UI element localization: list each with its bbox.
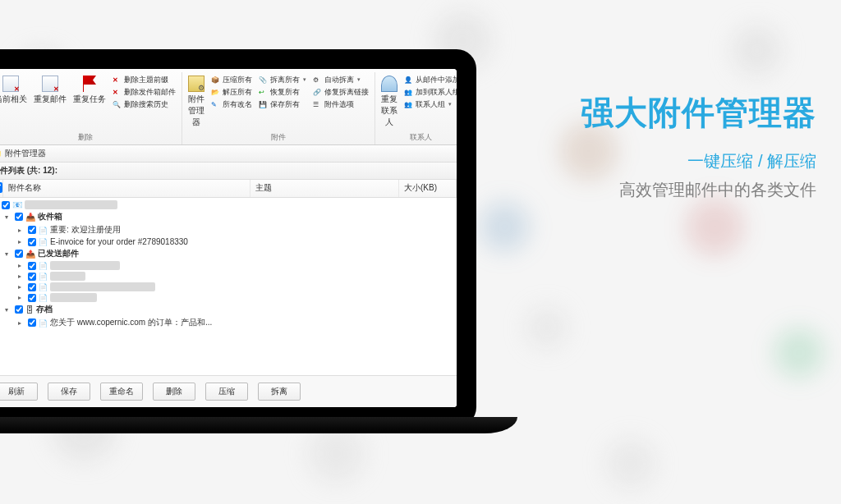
promo-panel: 强大附件管理器 一键压缩 / 解压缩 高效管理邮件中的各类文件: [581, 90, 816, 201]
label: 当前相关: [0, 94, 27, 105]
attachment-count: 12: [43, 166, 52, 175]
expander-icon[interactable]: ▸: [18, 262, 25, 269]
btn-current-related[interactable]: 当前相关: [0, 74, 30, 107]
tree-item[interactable]: ▸ ██████: [0, 271, 457, 282]
btn-compress[interactable]: 压缩: [205, 383, 248, 401]
message-icon: [39, 237, 48, 246]
folder-label: 存档: [36, 304, 53, 315]
row-checkbox[interactable]: [28, 226, 36, 234]
btn-save-all[interactable]: 保存所有: [256, 99, 309, 110]
item-label: 重要: 欢迎注册使用: [50, 224, 121, 236]
attachment-tree[interactable]: ▾ ████████████████ ▾ 收件箱 ▸ 重要: 欢迎注册使用: [0, 198, 457, 375]
col-subject[interactable]: 主题: [250, 180, 399, 197]
item-label: 您关于 www.copernic.com 的订单：产品和...: [50, 317, 212, 328]
ribbon-toolbar: 当前相关 重复邮件 重复任务 删除主题前缀: [0, 69, 457, 145]
btn-contact-groups[interactable]: 联系人组▾: [402, 99, 457, 110]
expander-icon[interactable]: ▸: [18, 319, 25, 327]
label: 解压所有: [223, 87, 252, 98]
btn-del-search-history[interactable]: 删除搜索历史: [110, 99, 178, 110]
attachment-manager-window: 附件管理器 附件列表 (共: 12): 附件名称 主题 大小(KB) ▾ ███…: [0, 145, 457, 407]
col-name[interactable]: 附件名称: [3, 180, 250, 197]
label: 重复 联系人: [381, 94, 398, 128]
expander-icon[interactable]: ▸: [18, 238, 25, 245]
chevron-down-icon: ▾: [303, 76, 306, 83]
laptop-frame: 当前相关 重复邮件 重复任务 删除主题前缀: [0, 49, 476, 427]
tree-folder-sent[interactable]: ▾ 已发送邮件: [0, 247, 457, 260]
btn-rename-all[interactable]: 所有改名: [209, 99, 255, 110]
dup-mail-icon: [42, 76, 58, 92]
btn-auto-detach[interactable]: 自动拆离▾: [310, 74, 371, 85]
dup-task-icon: [81, 76, 98, 92]
zip-icon: [211, 76, 220, 85]
row-checkbox[interactable]: [15, 305, 23, 314]
options-icon: [313, 100, 322, 109]
tree-item[interactable]: ▸ E-invoice for your order #2789018330: [0, 236, 457, 247]
tree-folder-archive[interactable]: ▾ 存档: [0, 303, 457, 316]
row-checkbox[interactable]: [2, 201, 10, 209]
account-name-blurred: ████████████████: [25, 200, 117, 209]
ribbon-group-delete: 当前相关 重复邮件 重复任务 删除主题前缀: [0, 72, 182, 144]
btn-detach[interactable]: 拆离: [258, 383, 301, 401]
col-size[interactable]: 大小(KB): [399, 180, 457, 197]
row-checkbox[interactable]: [28, 294, 36, 302]
expander-icon[interactable]: ▸: [18, 273, 25, 280]
btn-refresh[interactable]: 刷新: [0, 383, 38, 401]
laptop-base: [0, 417, 517, 433]
btn-rename[interactable]: 重命名: [100, 383, 143, 401]
btn-dup-mail[interactable]: 重复邮件: [31, 74, 69, 107]
btn-restore-all[interactable]: 恢复所有: [256, 86, 309, 98]
list-header: 附件列表 (共: 12):: [0, 163, 457, 180]
label: 附件选项: [324, 99, 354, 110]
btn-add-from-mail[interactable]: 从邮件中添加: [402, 74, 457, 85]
btn-attachment-manager[interactable]: 附件 管理器: [186, 74, 207, 130]
tree-item[interactable]: ▸ ██████████████████: [0, 282, 457, 292]
row-checkbox[interactable]: [28, 318, 36, 327]
tree-folder-inbox[interactable]: ▾ 收件箱: [0, 210, 457, 223]
expander-icon[interactable]: ▾: [5, 250, 12, 258]
detach-icon: [259, 76, 268, 85]
label: 删除发件箱邮件: [124, 87, 176, 98]
window-title-bar: 附件管理器: [0, 145, 457, 163]
group-label-contacts: 联系人: [379, 132, 457, 143]
btn-compress-all[interactable]: 压缩所有: [209, 74, 255, 85]
btn-attach-options[interactable]: 附件选项: [310, 99, 371, 110]
item-label: E-invoice for your order #2789018330: [50, 237, 188, 246]
contact-add-icon: [404, 88, 413, 97]
btn-add-to-group[interactable]: 加到联系人组: [402, 86, 457, 98]
inbox-icon: [25, 213, 35, 222]
expander-icon[interactable]: ▾: [5, 306, 12, 314]
btn-save[interactable]: 保存: [48, 383, 90, 401]
btn-decompress-all[interactable]: 解压所有: [209, 86, 255, 98]
auto-icon: [313, 76, 322, 85]
row-checkbox[interactable]: [15, 250, 23, 258]
tree-item[interactable]: ▸ ████████: [0, 292, 457, 303]
tree-item[interactable]: ▸ ████████████: [0, 260, 457, 271]
label: 从邮件中添加: [416, 75, 457, 85]
btn-dup-contacts[interactable]: 重复 联系人: [379, 74, 400, 130]
btn-dup-task[interactable]: 重复任务: [71, 74, 108, 107]
row-checkbox[interactable]: [28, 283, 36, 291]
dup-contact-icon: [381, 76, 398, 92]
label: 恢复所有: [270, 87, 300, 98]
row-checkbox[interactable]: [28, 273, 36, 281]
btn-del-subject-prefix[interactable]: 删除主题前缀: [110, 74, 178, 85]
btn-fix-detach-link[interactable]: 修复拆离链接: [310, 86, 371, 98]
tree-item[interactable]: ▸ 您关于 www.copernic.com 的订单：产品和...: [0, 316, 457, 329]
tree-root[interactable]: ▾ ████████████████: [0, 199, 457, 210]
row-checkbox[interactable]: [15, 213, 23, 221]
restore-icon: [259, 88, 268, 97]
btn-detach-all[interactable]: 拆离所有▾: [256, 74, 309, 85]
ribbon-group-contacts: 重复 联系人 从邮件中添加 加到联系人组 联系人组▾ 联系人: [375, 72, 457, 144]
expander-icon[interactable]: ▸: [18, 294, 25, 301]
row-checkbox[interactable]: [28, 238, 36, 246]
folder-icon: [0, 149, 2, 158]
tree-item[interactable]: ▸ 重要: 欢迎注册使用: [0, 223, 457, 236]
expander-icon[interactable]: ▸: [18, 283, 25, 291]
item-blurred: ████████████: [50, 261, 120, 270]
expander-icon[interactable]: ▸: [18, 227, 25, 234]
expander-icon[interactable]: ▾: [5, 213, 12, 221]
item-blurred: ██████: [50, 272, 85, 281]
row-checkbox[interactable]: [28, 262, 36, 270]
btn-del-sender-mail[interactable]: 删除发件箱邮件: [110, 86, 178, 98]
btn-delete[interactable]: 删除: [153, 383, 195, 401]
